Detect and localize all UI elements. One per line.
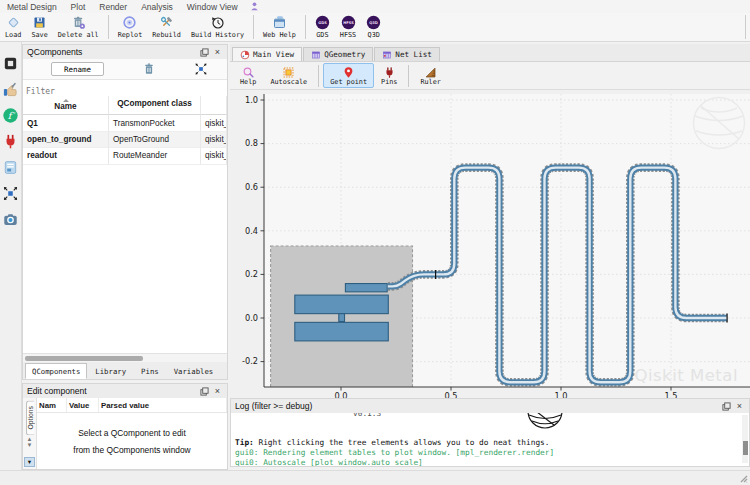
plot-tool-label: Autoscale	[270, 78, 307, 86]
toolbar-button-label: Load	[5, 31, 21, 39]
tab-label: QGeometry	[324, 50, 365, 59]
zoom-fit-icon[interactable]	[194, 62, 208, 76]
scrollbar-thumb[interactable]	[25, 356, 143, 361]
cell-class: TransmonPocket	[109, 115, 201, 131]
close-icon[interactable]: ×	[212, 386, 223, 397]
y-tick-label: -0.2	[242, 356, 258, 366]
tab-pins[interactable]: Pins	[134, 363, 166, 379]
netlist-icon	[382, 50, 392, 60]
log-titlebar: Log (filter >= debug) ×	[231, 399, 749, 413]
toolbar-separator	[408, 65, 409, 87]
build-check-icon[interactable]	[2, 81, 19, 98]
tab-qcomponents[interactable]: QComponents	[25, 363, 87, 379]
toolbar-button-delete-all[interactable]: Delete all	[53, 13, 104, 41]
toolbar-button-q3d[interactable]: Q3DQ3D	[361, 13, 386, 41]
log-lines: Tip: Right clicking the tree elements al…	[235, 438, 554, 466]
camera-icon[interactable]	[2, 211, 19, 228]
float-icon[interactable]	[721, 401, 732, 412]
svg-text:GDS: GDS	[318, 21, 327, 25]
resize-grip-icon[interactable]	[738, 473, 748, 483]
qcomponents-bottom-tabs: QComponentsLibraryPinsVariables	[23, 362, 227, 379]
y-tick-label: 0.2	[245, 269, 258, 279]
plot-tool-label: Help	[240, 78, 256, 86]
tab-qgeometry[interactable]: QGeometry	[303, 47, 373, 62]
y-tick-label: 0.0	[245, 313, 258, 323]
table-row[interactable]: readoutRouteMeanderqiskit_metal	[23, 148, 227, 164]
status-bar	[0, 470, 750, 485]
horizontal-scrollbar[interactable]	[23, 353, 227, 362]
edit-component-message: Select a QComponent to edit from the QCo…	[37, 413, 227, 469]
junction	[339, 314, 345, 322]
message-line-1: Select a QComponent to edit	[37, 428, 227, 438]
plot-tool-ruler[interactable]: Ruler	[413, 63, 447, 89]
toolbar-button-replot[interactable]: Replot	[113, 13, 148, 41]
plot-tool-pins[interactable]: Pins	[374, 63, 404, 89]
toolbar-button-load[interactable]: Load	[0, 13, 26, 41]
q3d-circle-icon: Q3D	[366, 15, 381, 30]
float-icon[interactable]	[199, 47, 210, 58]
tab-net-list[interactable]: Net List	[374, 47, 440, 62]
load-icon	[6, 15, 21, 30]
close-icon[interactable]: ×	[212, 47, 223, 58]
menu-render[interactable]: Render	[92, 2, 134, 12]
edit-component-titlebar: Edit component ×	[23, 384, 227, 398]
qubit-pad-bottom	[295, 322, 389, 341]
dropdown-button[interactable]: ▼	[24, 457, 35, 467]
toolbar-button-gds[interactable]: GDSGDS	[310, 13, 335, 41]
save-icon	[32, 15, 47, 30]
cell-module: qiskit_metal	[201, 115, 227, 131]
scrollbar-thumb[interactable]	[743, 441, 748, 455]
pins-icon	[383, 65, 396, 78]
sim-card-icon[interactable]	[2, 159, 19, 176]
menu-analysis[interactable]: Analysis	[134, 2, 180, 12]
close-icon[interactable]: ×	[734, 401, 745, 412]
toolbar-button-web-help[interactable]: Web Help	[258, 13, 301, 41]
menu-plot[interactable]: Plot	[64, 2, 93, 12]
options-side-strip: Options ▲▼ ▼	[23, 398, 37, 469]
table-row[interactable]: Q1TransmonPocketqiskit_metal	[23, 115, 227, 131]
column-header-qcomponent-class[interactable]: QComponent class	[109, 96, 201, 115]
toolbar-button-label: GDS	[316, 31, 328, 39]
plot-tool-autoscale[interactable]: Autoscale	[263, 63, 314, 89]
gds-circle-icon: GDS	[315, 15, 330, 30]
toolbar-button-hfss[interactable]: HFSSHFSS	[335, 13, 361, 41]
toolbar-button-build-history[interactable]: Build History	[186, 13, 249, 41]
tab-main-view[interactable]: Main View	[232, 47, 302, 62]
plot-canvas[interactable]: Qiskit Metal0.00.51.01.51.00.80.60.40.20…	[230, 90, 750, 400]
float-icon[interactable]	[199, 386, 210, 397]
plot-tool-help[interactable]: Help	[233, 63, 263, 89]
plot-tool-get-point[interactable]: Get point	[323, 63, 374, 89]
column-header-name[interactable]: Name	[23, 96, 109, 115]
plot-tool-label: Ruler	[420, 78, 440, 86]
toolbar-button-rebuild[interactable]: Rebuild	[147, 13, 186, 41]
main-view-icon	[240, 50, 250, 60]
ruler-icon	[424, 65, 437, 78]
rename-button[interactable]: Rename	[51, 62, 104, 76]
toolbar-button-save[interactable]: Save	[26, 13, 52, 41]
chip-icon[interactable]	[2, 55, 19, 72]
function-icon[interactable]: fx	[2, 107, 19, 124]
tab-library[interactable]: Library	[88, 363, 133, 379]
help-icon	[242, 65, 255, 78]
trash-icon[interactable]	[142, 62, 156, 76]
tab-options[interactable]: Options	[26, 400, 34, 435]
menu-metal-design[interactable]: Metal Design	[0, 2, 64, 12]
rebuild-icon	[159, 15, 174, 30]
log-scrollbar[interactable]	[742, 415, 748, 463]
message-line-2: from the QComponents window	[37, 445, 227, 455]
toolbar-button-label: Build History	[191, 31, 244, 39]
log-line: Tip: Right clicking the tree elements al…	[235, 438, 554, 448]
table-row[interactable]: open_to_groundOpenToGroundqiskit_metal	[23, 132, 227, 148]
table-empty-space	[23, 165, 227, 354]
menu-window-view[interactable]: Window View	[180, 2, 245, 12]
web-help-icon	[272, 15, 287, 30]
fit-view-icon[interactable]	[2, 185, 19, 202]
y-tick-label: 0.4	[245, 226, 258, 236]
column-header-module[interactable]	[201, 96, 227, 115]
plug-icon[interactable]	[2, 133, 19, 150]
tab-variables[interactable]: Variables	[167, 363, 221, 379]
toolbar-separator	[253, 15, 254, 39]
scroll-arrows[interactable]: ▲▼	[27, 436, 33, 448]
toolbar-separator	[108, 15, 109, 39]
qiskit-metal-watermark: Qiskit Metal	[634, 366, 738, 385]
